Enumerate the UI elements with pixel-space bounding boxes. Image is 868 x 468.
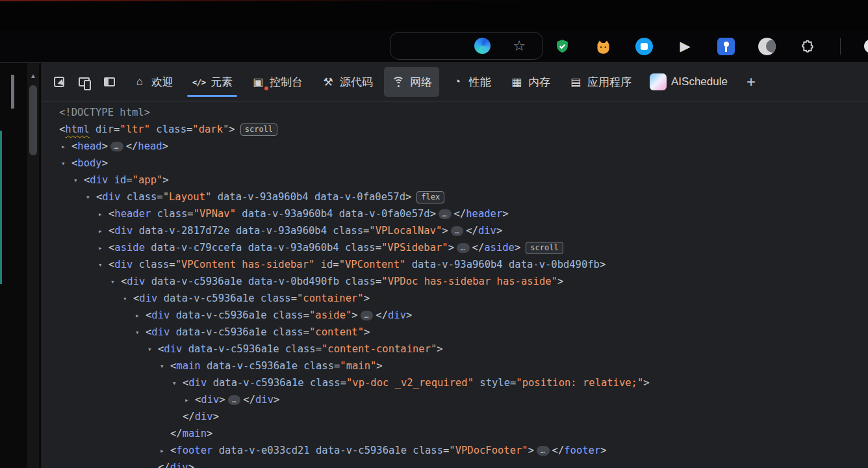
dom-tree-row[interactable]: </div> — [42, 459, 868, 468]
expand-arrow-icon[interactable]: ▾ — [73, 172, 84, 189]
dom-tree-row[interactable]: ▾<div data-v-c5936a1e data-v-0bd490fb cl… — [42, 273, 868, 290]
expand-arrow-icon[interactable]: ▾ — [172, 375, 183, 392]
dom-tree-row[interactable]: ▾<div class="Layout" data-v-93a960b4 dat… — [42, 188, 868, 205]
expand-arrow-icon[interactable]: ▾ — [98, 257, 108, 274]
flex-badge[interactable]: flex — [416, 191, 444, 203]
token-p: < — [108, 259, 114, 270]
favorite-star-icon[interactable]: ☆ — [513, 39, 526, 53]
cat-extension-icon[interactable] — [594, 38, 612, 55]
collapse-arrow-icon[interactable]: ▸ — [98, 206, 108, 223]
collapse-arrow-icon[interactable]: ▸ — [98, 223, 108, 240]
dom-tree-row[interactable]: ▸<div>…</div> — [42, 391, 868, 408]
devtools-tab-network[interactable]: 网络 — [384, 67, 439, 97]
address-bar[interactable]: ☆ — [390, 32, 543, 60]
expand-arrow-icon[interactable]: ▾ — [135, 324, 146, 341]
page-scrollbar[interactable]: ▲ — [27, 63, 39, 468]
page-accent-line — [0, 131, 2, 284]
collapse-arrow-icon[interactable]: ▸ — [160, 443, 170, 460]
devtools-tab-home[interactable]: ⌂欢迎 — [125, 67, 181, 97]
extensions-puzzle-icon[interactable] — [799, 38, 817, 55]
dom-tree-row[interactable]: <html dir="ltr" class="dark">scroll — [42, 121, 868, 138]
token-p: </ — [126, 140, 138, 152]
dom-tree-row[interactable]: ▸<div data-v-2817d72e data-v-93a960b4 cl… — [42, 222, 868, 239]
token-a: class — [407, 445, 443, 456]
copilot-swirl-icon[interactable] — [474, 38, 491, 54]
devtools-tab-elements[interactable]: </>元素 — [185, 67, 240, 97]
dom-tree-row[interactable]: ▾<div id="app"> — [42, 172, 868, 188]
token-v: "VPSidebar" — [381, 242, 448, 254]
scrollbar-thumb[interactable] — [29, 85, 37, 155]
token-p: = — [169, 259, 175, 270]
collapse-arrow-icon[interactable]: ▸ — [185, 392, 195, 409]
dom-tree-row[interactable]: ▾<main data-v-c5936a1e class="main"> — [42, 358, 868, 374]
expand-arrow-icon[interactable]: ▾ — [61, 155, 71, 172]
token-v: "position: relative;" — [516, 377, 643, 389]
token-p: < — [170, 360, 176, 372]
expand-arrow-icon[interactable]: ▾ — [160, 358, 170, 375]
expand-inline-button[interactable]: … — [361, 311, 374, 320]
scroll-up-arrow-icon[interactable]: ▲ — [27, 63, 39, 79]
play-extension-icon[interactable]: ▶ — [676, 38, 694, 55]
dom-tree-row[interactable]: ▾<div data-v-c5936a1e class="container"> — [42, 290, 868, 307]
expand-inline-button[interactable]: … — [439, 209, 452, 219]
devtools-tab-sources[interactable]: ⚒源代码 — [314, 67, 380, 97]
expand-arrow-icon[interactable]: ▾ — [147, 341, 158, 358]
devtools-tab-application[interactable]: ▤应用程序 — [561, 67, 639, 97]
aischedule-icon — [650, 73, 667, 90]
token-t: div — [151, 309, 170, 321]
dom-tree-row[interactable]: ▾<div data-v-c5936a1e class="content-con… — [42, 341, 868, 358]
collapse-arrow-icon[interactable]: ▸ — [135, 307, 146, 324]
dom-tree-row[interactable]: ▸<header class="VPNav" data-v-93a960b4 d… — [42, 205, 868, 222]
dom-tree-row[interactable]: ▸<head>…</head> — [42, 138, 868, 155]
token-p: > — [406, 309, 412, 321]
dom-tree-row[interactable]: ▾<div data-v-c5936a1e class="content"> — [42, 324, 868, 341]
expand-arrow-icon[interactable]: ▾ — [86, 189, 96, 206]
grey-extension-icon[interactable] — [758, 38, 776, 55]
dom-tree-row[interactable]: ▾<body> — [42, 155, 868, 172]
dom-tree-row[interactable]: </div> — [42, 408, 868, 425]
extensions-row: ▶ — [554, 30, 868, 62]
dom-tree-row[interactable]: </main> — [42, 425, 868, 442]
profile-partial-icon[interactable] — [864, 39, 868, 53]
dom-tree-row[interactable]: ▾<div data-v-c5936a1e class="vp-doc _v2_… — [42, 374, 868, 391]
dom-tree-row[interactable]: <!DOCTYPE html> — [42, 104, 868, 121]
memory-icon: ▦ — [509, 75, 524, 89]
token-t: main — [183, 428, 207, 439]
tab-label: 内存 — [528, 75, 550, 90]
network-icon — [391, 77, 405, 88]
token-p: > — [448, 242, 454, 254]
devtools-tab-console[interactable]: ▣控制台 — [244, 67, 310, 97]
dock-side-icon[interactable] — [104, 77, 115, 86]
devtools-tab-aischedule[interactable]: AISchedule — [643, 67, 735, 97]
device-toolbar-icon[interactable] — [79, 77, 90, 86]
expand-arrow-icon[interactable]: ▾ — [123, 291, 133, 307]
token-p: < — [96, 191, 102, 203]
token-p: < — [71, 157, 77, 169]
token-a: class — [267, 326, 303, 338]
expand-inline-button[interactable]: … — [110, 142, 123, 151]
expand-inline-button[interactable]: … — [228, 395, 241, 405]
dom-tree-row[interactable]: ▸<footer data-v-e033cd21 data-v-c5936a1e… — [42, 442, 868, 459]
shield-extension-icon[interactable] — [554, 38, 571, 55]
inspect-element-icon[interactable] — [54, 77, 64, 87]
devtools-tab-memory[interactable]: ▦内存 — [502, 67, 557, 97]
password-extension-icon[interactable] — [717, 38, 735, 55]
expand-inline-button[interactable]: … — [451, 226, 464, 236]
scroll-badge[interactable]: scroll — [526, 242, 563, 254]
expand-inline-button[interactable]: … — [537, 446, 550, 456]
collapse-arrow-icon[interactable]: ▸ — [98, 240, 108, 257]
blue-circle-extension-icon[interactable] — [635, 38, 653, 55]
dom-tree-row[interactable]: ▸<aside data-v-c79ccefa data-v-93a960b4 … — [42, 239, 868, 256]
expand-inline-button[interactable]: … — [457, 243, 470, 253]
token-t: div — [90, 174, 108, 186]
dom-tree-row[interactable]: ▾<div class="VPContent has-sidebar" id="… — [42, 256, 868, 273]
token-a: data-v-c5936a1e — [201, 360, 298, 372]
token-p: < — [146, 309, 151, 321]
dom-tree-row[interactable]: ▸<div data-v-c5936a1e class="aside">…</d… — [42, 307, 868, 324]
devtools-tab-performance[interactable]: ◔性能 — [443, 67, 498, 97]
collapse-arrow-icon[interactable]: ▸ — [61, 138, 71, 155]
expand-arrow-icon[interactable]: ▾ — [110, 274, 121, 291]
home-icon: ⌂ — [133, 75, 147, 88]
more-tabs-button[interactable]: + — [741, 73, 761, 91]
scroll-badge[interactable]: scroll — [240, 124, 277, 136]
